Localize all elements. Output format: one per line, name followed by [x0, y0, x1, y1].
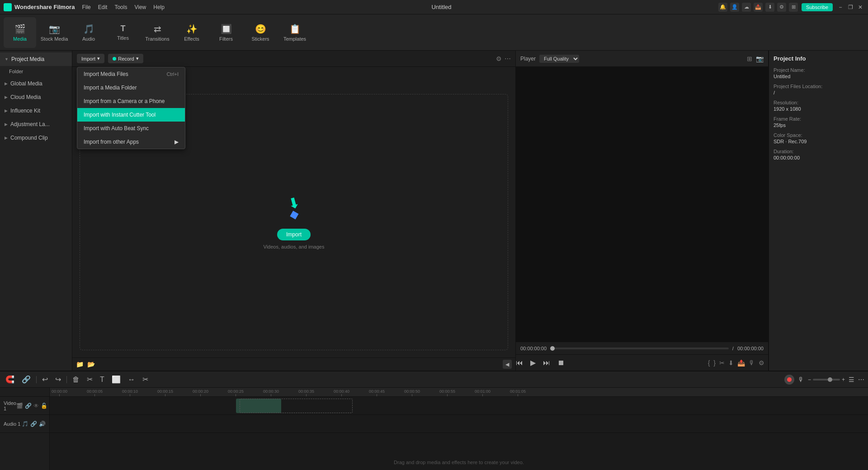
video1-camera-icon[interactable]: 🎬 — [16, 403, 23, 409]
toolbar-stock-media[interactable]: 📷 Stock Media — [38, 17, 71, 48]
toolbar-templates[interactable]: 📋 Templates — [278, 17, 311, 48]
player-progress-bar[interactable] — [550, 348, 729, 349]
menu-edit[interactable]: Edit — [98, 4, 108, 10]
audio-icon: 🎵 — [83, 24, 94, 34]
dropdown-import-beat[interactable]: Import with Auto Beat Sync — [77, 122, 185, 135]
tick-0: 00:00:00 — [52, 389, 67, 396]
prev-frame-button[interactable]: ⏮ — [516, 359, 523, 367]
titlebar-icons: 🔔 👤 ☁ 📤 ⬇ ⚙ ⊞ — [718, 3, 798, 12]
menu-bar: File Edit Tools View Help — [82, 4, 165, 10]
text-icon[interactable]: T — [98, 375, 106, 385]
zoom-in-icon[interactable]: + — [842, 376, 845, 383]
toolbar-stickers[interactable]: 😊 Stickers — [244, 17, 277, 48]
microphone-icon[interactable]: 🎙 — [798, 376, 804, 383]
ripple-icon[interactable]: ✂ — [141, 374, 150, 385]
mark-in-icon[interactable]: { — [708, 359, 710, 367]
restore-button[interactable]: ❐ — [846, 3, 854, 11]
icon-notifications[interactable]: 🔔 — [718, 3, 727, 12]
collapse-panel-button[interactable]: ◀ — [503, 360, 512, 369]
export-frame-icon[interactable]: 📤 — [737, 359, 745, 367]
crop-icon[interactable]: ⬜ — [110, 374, 123, 385]
record-button[interactable]: Record ▾ — [108, 54, 143, 63]
icon-settings[interactable]: ⚙ — [777, 3, 786, 12]
sidebar-item-influence-kit[interactable]: ▶ Influence Kit — [0, 104, 72, 118]
sidebar-item-compound-clip[interactable]: ▶ Compound Clip — [0, 131, 72, 145]
menu-help[interactable]: Help — [153, 4, 165, 10]
sidebar-item-adjustment[interactable]: ▶ Adjustment La... — [0, 118, 72, 131]
toolbar-titles[interactable]: T Titles — [107, 17, 139, 48]
icon-apps[interactable]: ⊞ — [789, 3, 798, 12]
menu-tools[interactable]: Tools — [114, 4, 127, 10]
toolbar-effects[interactable]: ✨ Effects — [175, 17, 208, 48]
player-progress-handle[interactable] — [550, 346, 555, 351]
quality-select[interactable]: Full Quality 1/2 1/4 — [539, 55, 579, 63]
sidebar-item-global-media[interactable]: ▶ Global Media — [0, 77, 72, 90]
import-instant-label: Import with Instant Cutter Tool — [84, 112, 156, 118]
templates-icon: 📋 — [289, 24, 301, 34]
play-button[interactable]: ▶ — [530, 358, 536, 367]
minimize-button[interactable]: − — [836, 3, 844, 11]
dropdown-import-files[interactable]: Import Media Files Ctrl+I — [77, 67, 185, 81]
zoom-slider[interactable] — [813, 379, 840, 381]
tick-9: 00:00:45 — [369, 389, 385, 396]
zoom-out-icon[interactable]: − — [808, 376, 811, 383]
filter-icon[interactable]: ⚙ — [496, 55, 502, 62]
sidebar-item-project-media[interactable]: ▼ Project Media — [0, 52, 72, 66]
add-to-timeline-icon[interactable]: ⬇ — [728, 359, 734, 367]
stickers-icon: 😊 — [255, 24, 266, 34]
delete-icon[interactable]: 🗑 — [71, 375, 81, 385]
icon-share[interactable]: 📤 — [754, 3, 763, 12]
more-timeline-icon[interactable]: ⋯ — [858, 376, 864, 383]
split-view-icon[interactable]: ⊞ — [747, 55, 752, 62]
audio1-music-icon[interactable]: 🎵 — [22, 421, 28, 427]
add-folder-icon[interactable]: 📁 — [76, 361, 84, 368]
clip-icon[interactable]: ✂ — [719, 359, 725, 367]
undo-icon[interactable]: ↩ — [40, 374, 50, 385]
more-options-icon[interactable]: ⋯ — [505, 55, 511, 62]
subscribe-button[interactable]: Subscribe — [802, 3, 833, 11]
icon-cloud[interactable]: ☁ — [742, 3, 751, 12]
global-media-label: Global Media — [10, 80, 42, 87]
video1-lock-icon[interactable]: 🔓 — [41, 403, 47, 409]
icon-account[interactable]: 👤 — [730, 3, 739, 12]
toolbar-filters[interactable]: 🔲 Filters — [210, 17, 242, 48]
audio1-mute-icon[interactable]: 🔊 — [39, 421, 46, 427]
link-icon[interactable]: 🔗 — [20, 374, 33, 385]
voice-over-icon[interactable]: 🎙 — [749, 359, 755, 367]
frame-rate-value: 25fps — [774, 122, 863, 128]
menu-view[interactable]: View — [134, 4, 146, 10]
video1-link-icon[interactable]: 🔗 — [25, 403, 32, 409]
dropdown-import-folder[interactable]: Import a Media Folder — [77, 81, 185, 94]
video1-eye-icon[interactable]: 👁 — [33, 403, 39, 409]
import-button[interactable]: Import ▾ — [77, 54, 104, 63]
import-label: Import — [81, 56, 95, 61]
toolbar-transitions[interactable]: ⇄ Transitions — [141, 17, 174, 48]
dropdown-import-other[interactable]: Import from other Apps ▶ — [77, 135, 185, 149]
toolbar-media[interactable]: 🎬 Media — [4, 17, 36, 48]
add-smart-folder-icon[interactable]: 📂 — [87, 361, 95, 368]
sidebar-item-cloud-media[interactable]: ▶ Cloud Media — [0, 90, 72, 104]
next-frame-button[interactable]: ⏭ — [543, 359, 550, 367]
import-main-button[interactable]: Import — [277, 229, 311, 240]
dropdown-import-instant[interactable]: Import with Instant Cutter Tool — [77, 108, 185, 122]
close-button[interactable]: ✕ — [856, 3, 864, 11]
icon-download[interactable]: ⬇ — [765, 3, 774, 12]
transform-icon[interactable]: ↔ — [126, 375, 137, 385]
compound-clip-label: Compound Clip — [10, 135, 48, 141]
timeline-record-button[interactable] — [784, 375, 794, 385]
snap-icon[interactable]: 🧲 — [4, 374, 16, 385]
zoom-handle[interactable] — [828, 377, 832, 382]
settings-player-icon[interactable]: ⚙ — [759, 359, 764, 367]
toolbar-audio[interactable]: 🎵 Audio — [72, 17, 105, 48]
menu-file[interactable]: File — [82, 4, 90, 10]
snapshot-icon[interactable]: 📷 — [756, 55, 764, 62]
dropdown-import-camera[interactable]: Import from a Camera or a Phone — [77, 94, 185, 108]
list-view-icon[interactable]: ☰ — [849, 376, 854, 383]
sidebar-item-folder[interactable]: Folder — [0, 66, 72, 77]
mark-out-icon[interactable]: } — [713, 359, 716, 367]
tick-6: 00:00:30 — [263, 389, 279, 396]
stop-button[interactable]: ⏹ — [557, 359, 565, 367]
redo-icon[interactable]: ↪ — [53, 374, 63, 385]
cut-icon[interactable]: ✂ — [85, 374, 94, 385]
audio1-link-icon[interactable]: 🔗 — [30, 421, 37, 427]
